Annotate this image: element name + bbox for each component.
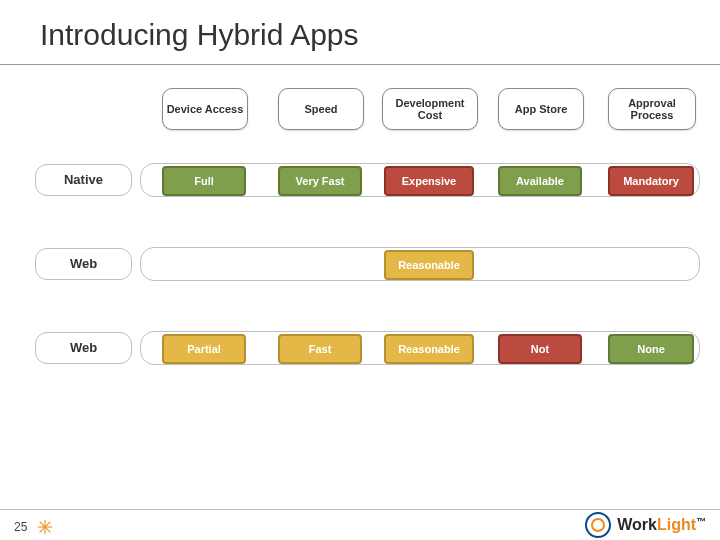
col-header-approval: Approval Process <box>608 88 696 130</box>
cell-web1-cost: Reasonable <box>384 250 474 280</box>
title-underline <box>0 64 720 65</box>
page-number: 25 <box>14 520 27 534</box>
logo-text-work: Work <box>617 516 657 533</box>
spark-icon <box>36 518 54 536</box>
cell-native-approval: Mandatory <box>608 166 694 196</box>
row-label-web-2: Web <box>35 332 132 364</box>
cell-web2-device: Partial <box>162 334 246 364</box>
row-label-web-1: Web <box>35 248 132 280</box>
cell-web2-speed: Fast <box>278 334 362 364</box>
cell-web2-store: Not <box>498 334 582 364</box>
cell-native-speed: Very Fast <box>278 166 362 196</box>
cell-native-device: Full <box>162 166 246 196</box>
logo-text: WorkLight™ <box>617 516 706 534</box>
cell-native-cost: Expensive <box>384 166 474 196</box>
row-label-native: Native <box>35 164 132 196</box>
logo-circle-icon <box>585 512 611 538</box>
cell-web2-cost: Reasonable <box>384 334 474 364</box>
cell-web2-approval: None <box>608 334 694 364</box>
footer: 25 WorkLight™ <box>0 509 720 540</box>
col-header-app-store: App Store <box>498 88 584 130</box>
col-header-dev-cost: Development Cost <box>382 88 478 130</box>
cell-native-store: Available <box>498 166 582 196</box>
col-header-speed: Speed <box>278 88 364 130</box>
slide-title: Introducing Hybrid Apps <box>40 18 359 52</box>
col-header-device-access: Device Access <box>162 88 248 130</box>
worklight-logo: WorkLight™ <box>585 512 706 538</box>
logo-text-light: Light <box>657 516 696 533</box>
